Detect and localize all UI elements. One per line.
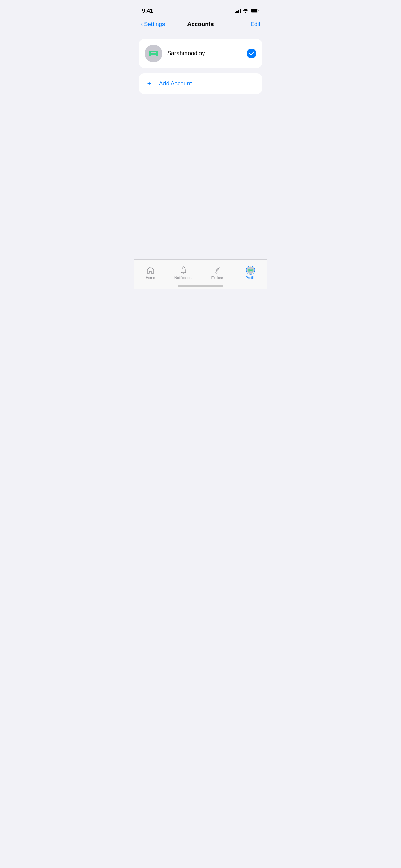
svg-rect-8	[216, 268, 219, 270]
wifi-icon	[243, 8, 248, 14]
tab-explore[interactable]: Explore	[200, 266, 234, 280]
back-label: Settings	[144, 21, 165, 28]
status-icons	[235, 8, 259, 14]
svg-rect-4	[149, 51, 151, 56]
add-account-card[interactable]: + Add Account	[139, 73, 262, 94]
content-area: Sarahmoodjoy + Add Account	[134, 32, 267, 106]
tab-profile[interactable]: Profile	[234, 266, 268, 280]
battery-icon	[251, 8, 259, 14]
selected-checkmark	[247, 49, 256, 58]
tab-notifications-label: Notifications	[174, 276, 193, 280]
tab-explore-label: Explore	[211, 276, 223, 280]
svg-rect-1	[251, 9, 257, 12]
profile-avatar-icon	[246, 266, 255, 275]
add-icon: +	[145, 79, 154, 88]
account-row[interactable]: Sarahmoodjoy	[139, 39, 262, 68]
explore-icon	[213, 266, 222, 275]
edit-button[interactable]: Edit	[233, 21, 260, 28]
status-bar: 9:41	[134, 0, 267, 17]
bell-icon	[179, 266, 188, 275]
tab-profile-label: Profile	[246, 276, 255, 280]
svg-line-9	[217, 272, 217, 273]
status-time: 9:41	[142, 8, 153, 14]
avatar	[145, 45, 162, 62]
account-card[interactable]: Sarahmoodjoy	[139, 39, 262, 68]
back-arrow-icon: ‹	[141, 21, 143, 28]
svg-rect-14	[249, 269, 250, 272]
back-button[interactable]: ‹ Settings	[141, 21, 168, 28]
tab-home-label: Home	[146, 276, 155, 280]
account-username: Sarahmoodjoy	[167, 50, 242, 57]
tab-notifications[interactable]: Notifications	[167, 266, 201, 280]
svg-rect-5	[156, 51, 158, 56]
home-icon	[146, 266, 155, 275]
signal-icon	[235, 9, 241, 13]
tab-home[interactable]: Home	[134, 266, 167, 280]
add-account-row[interactable]: + Add Account	[139, 73, 262, 94]
nav-bar: ‹ Settings Accounts Edit	[134, 17, 267, 32]
add-account-label: Add Account	[159, 80, 192, 87]
svg-rect-16	[250, 270, 252, 271]
svg-rect-15	[252, 269, 253, 272]
svg-rect-6	[151, 53, 156, 55]
home-indicator	[178, 285, 223, 287]
page-title: Accounts	[168, 21, 233, 28]
